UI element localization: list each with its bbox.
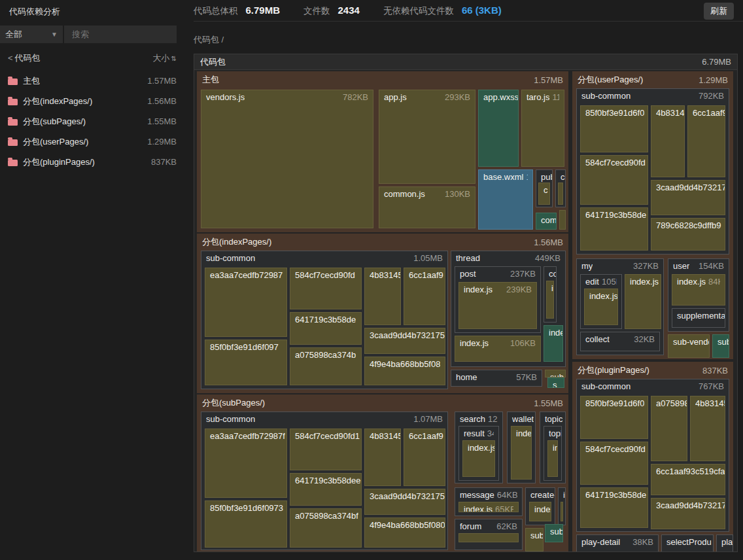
treemap-node-label: 分包(indexPages/) [202,236,271,248]
treemap-node-584cf7cecd90fd1[interactable]: 584cf7cecd90fd1 [290,429,362,470]
treemap-node-selectprodu[interactable]: selectProdu [661,534,714,552]
treemap-node-index-js[interactable]: index.js [462,440,495,477]
sidebar-item-subpages[interactable]: 分包(subPages/) 1.55MB [0,111,194,131]
treemap-node-label: 分包(pluginPages/) [578,364,649,376]
treemap-node-641719c3b58de[interactable]: 641719c3b58de [580,487,648,528]
sidebar-item-main-package[interactable]: 主包 1.57MB [0,71,194,91]
treemap-node-584cf7cecd90fd[interactable]: 584cf7cecd90fd [580,155,648,205]
treemap-node-3caad9dd4b73217[interactable]: 3caad9dd4b73217 [651,180,725,215]
treemap-node-6cc1aaf9[interactable]: 6cc1aaf9 [404,268,445,325]
treemap-node-taro-js[interactable]: taro.js116 [521,90,564,167]
treemap-node-label: in [553,443,557,453]
treemap-node-label: sub-common [206,414,255,424]
treemap-node-a075898ca374bf[interactable]: a075898ca374bf [290,508,362,548]
treemap-node-85f0bf3e91d6f0[interactable]: 85f0bf3e91d6f0 [580,396,648,439]
treemap-node-index[interactable]: index [529,502,551,521]
treemap-node-label: 6cc1aaf93c519cfa [656,466,725,476]
treemap-node-641719c3b58de[interactable]: 641719c3b58de [580,207,648,251]
treemap-node-header: common.js130KB [379,187,475,200]
stat-value-link[interactable]: 66 (3KB) [462,5,502,16]
treemap-node-3caad9dd4b732175c[interactable]: 3caad9dd4b732175c [364,489,445,515]
treemap-node-header: create- [526,488,555,501]
treemap-node-sub[interactable]: sub- [545,370,566,377]
treemap-node-index[interactable]: index [511,426,532,480]
treemap-node-3caad9dd4b732175[interactable]: 3caad9dd4b732175 [364,328,445,354]
treemap-node-sub[interactable]: sub [525,528,544,551]
treemap-node-inde[interactable]: inde [544,325,563,362]
treemap-node-6cc1aaf93c519cfa[interactable]: 6cc1aaf93c519cfa [651,464,725,495]
search-box[interactable] [64,26,177,43]
treemap-node-size: 84KB [706,277,720,287]
treemap-node-play[interactable]: play [716,534,733,552]
treemap-node-index-js[interactable]: index.js65KB [458,502,519,512]
treemap-node-base-wxml[interactable]: base.wxml108 [478,169,533,230]
treemap-node-ea3aa7cedfb72987[interactable]: ea3aa7cedfb72987 [205,268,287,337]
treemap-node-box[interactable] [458,533,519,542]
treemap-node-label: 641719c3b58de [585,210,646,220]
treemap-node-4f9e4ba668bb5f080[interactable]: 4f9e4ba668bb5f080 [364,517,445,548]
treemap-node-85f0bf3e91d6f0973[interactable]: 85f0bf3e91d6f0973 [205,500,287,548]
treemap-node-header: co [556,170,565,183]
back-link[interactable]: <代码包 [8,52,41,64]
treemap-node-app-js[interactable]: app.js293KB [379,90,475,184]
treemap-node-4b83145[interactable]: 4b83145 [651,105,685,177]
treemap-node-index-js[interactable]: index.js84KB [672,274,725,306]
filter-dropdown[interactable]: 全部 ▼ [0,26,63,43]
treemap-node-584cf7cecd90fd[interactable]: 584cf7cecd90fd [580,442,648,485]
treemap-node-sub-vendo[interactable]: sub-vendo [668,334,710,358]
treemap-node-label: 3caad9dd4b73217 [656,183,725,192]
treemap-node-header: ea3aa7cedfb72987f [205,429,286,442]
treemap-node-c[interactable]: c [538,183,550,205]
treemap-node-com[interactable]: com [536,213,557,230]
treemap-node-label: 分包(userPages/) [578,74,643,86]
treemap-node-4f9e4ba668bb5f08[interactable]: 4f9e4ba668bb5f08 [364,357,445,385]
treemap-node-app-wxss[interactable]: app.wxss11 [478,90,519,167]
treemap-node-641719c3b58de[interactable]: 641719c3b58de [290,312,362,345]
treemap-node-vendors-js[interactable]: vendors.js782KB [201,90,373,228]
treemap-node-6cc1aaf9[interactable]: 6cc1aaf9 [687,105,725,177]
refresh-button[interactable]: 刷新 [704,3,734,20]
treemap-node-box[interactable] [559,210,566,230]
treemap-node-common-js[interactable]: common.js130KB [379,186,475,228]
treemap-node-home[interactable]: home57KB [451,370,542,387]
treemap-node-sub[interactable]: sub [545,524,563,542]
sidebar-item-userpages[interactable]: 分包(userPages/) 1.29MB [0,131,194,152]
sort-control[interactable]: 大小⇅ [153,52,177,64]
treemap-node-size: 1.56MB [531,237,563,247]
treemap-node-header: a075898ca374bf [290,509,361,522]
treemap-node-box[interactable] [561,502,563,521]
treemap-node-4b83145[interactable]: 4b83145 [364,268,401,325]
treemap-node-a075898[interactable]: a075898 [651,396,687,461]
treemap-node-box[interactable] [558,183,563,205]
sidebar-item-indexpages[interactable]: 分包(indexPages/) 1.56MB [0,91,194,111]
treemap-node-index-js[interactable]: index.js [584,289,618,325]
treemap-node-641719c3b58dee[interactable]: 641719c3b58dee [290,473,362,506]
treemap-node-ea3aa7cedfb72987f[interactable]: ea3aa7cedfb72987f [205,429,287,498]
treemap-node-in[interactable]: in [546,281,554,319]
sidebar-item-pluginpages[interactable]: 分包(pluginPages/) 837KB [0,152,194,172]
treemap-node-collect[interactable]: collect32KB [580,332,660,351]
treemap-node-3caad9dd4b73217[interactable]: 3caad9dd4b73217 [651,498,725,529]
treemap-node-584cf7cecd90fd[interactable]: 584cf7cecd90fd [290,268,362,309]
search-input[interactable] [71,29,170,40]
treemap-root-header[interactable]: 代码包 6.79MB [194,54,737,70]
treemap-node-label: app.js [384,92,407,102]
breadcrumb[interactable]: 代码包 / [194,34,224,46]
treemap-node-in[interactable]: in [547,440,558,477]
treemap-node-index-js[interactable]: index.js239KB [458,282,537,329]
treemap-node-789c6828c9dffb9[interactable]: 789c6828c9dffb9 [651,218,725,251]
treemap-node-index-js[interactable]: index.js106KB [455,336,541,362]
treemap-node-index-js[interactable]: index.js9 [625,274,661,329]
package-size: 1.55MB [147,116,177,126]
treemap-node-play-detail[interactable]: play-detail38KB [576,534,659,552]
treemap-node-4b83145e[interactable]: 4b83145e [364,429,401,486]
treemap-node-6cc1aaf9[interactable]: 6cc1aaf9 [404,429,445,486]
treemap-node-supplementar[interactable]: supplementar [672,308,725,328]
treemap-node-85f0bf3e91d6f097[interactable]: 85f0bf3e91d6f097 [205,340,287,385]
treemap-node-85f0bf3e91d6f0[interactable]: 85f0bf3e91d6f0 [580,105,648,152]
treemap-node-sub[interactable]: sub- [712,334,729,358]
treemap-node-header: app.wxss11 [479,90,518,103]
treemap-node-a075898ca374b[interactable]: a075898ca374b [290,347,362,385]
treemap-node-s[interactable]: s [547,377,564,388]
treemap-node-4b83145[interactable]: 4b83145 [690,396,725,461]
